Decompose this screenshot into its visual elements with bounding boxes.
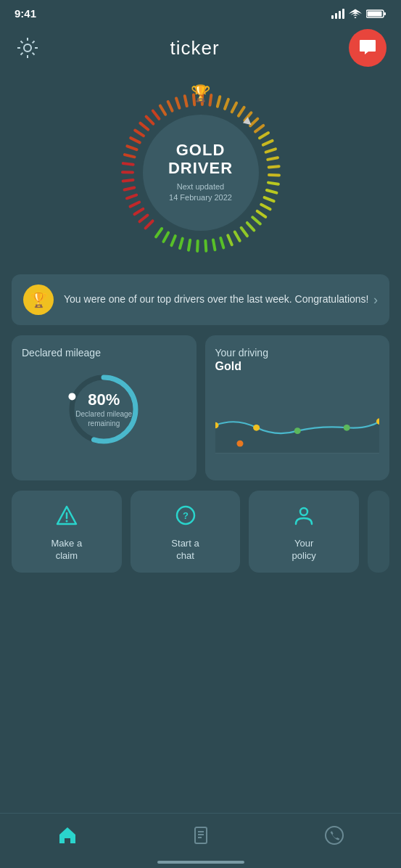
- settings-button[interactable]: [15, 35, 41, 61]
- svg-line-49: [266, 190, 276, 193]
- svg-point-78: [65, 520, 67, 523]
- svg-line-41: [255, 126, 263, 131]
- notification-content: 🏆 You were one of our top drivers over t…: [23, 284, 373, 315]
- signal-icon: [331, 9, 344, 19]
- svg-point-3: [24, 44, 31, 52]
- svg-line-46: [268, 166, 278, 167]
- svg-line-28: [160, 106, 165, 115]
- svg-line-16: [126, 195, 136, 199]
- svg-line-42: [259, 133, 268, 138]
- svg-line-51: [261, 205, 270, 210]
- header: ticker: [0, 23, 401, 78]
- policy-label: Yourpolicy: [292, 538, 316, 562]
- chat-label: Start achat: [171, 538, 199, 562]
- svg-line-25: [140, 123, 148, 130]
- svg-line-9: [33, 53, 35, 55]
- svg-rect-1: [384, 12, 386, 15]
- phone-icon: [325, 826, 344, 850]
- svg-line-21: [124, 155, 134, 157]
- notification-banner[interactable]: 🏆 You were one of our top drivers over t…: [12, 274, 389, 325]
- svg-line-66: [156, 229, 162, 237]
- cards-row: Declared mileage 80% Declared mileagerem…: [12, 335, 389, 480]
- mileage-remaining-label: Declared mileageremaining: [75, 409, 132, 428]
- svg-line-30: [176, 98, 179, 107]
- bottom-nav: [0, 813, 401, 868]
- svg-line-54: [247, 223, 254, 230]
- svg-line-65: [163, 233, 168, 242]
- nav-phone[interactable]: [310, 823, 358, 853]
- mileage-card-title: Declared mileage: [22, 347, 186, 359]
- svg-line-35: [217, 97, 219, 107]
- notification-trophy: 🏆: [23, 284, 54, 315]
- mileage-card: Declared mileage 80% Declared mileagerem…: [12, 335, 197, 480]
- svg-line-11: [21, 53, 23, 55]
- status-bar: 9:41: [0, 0, 401, 23]
- svg-line-13: [139, 216, 147, 222]
- svg-line-52: [257, 211, 265, 217]
- svg-line-43: [262, 141, 272, 145]
- svg-line-22: [127, 146, 136, 150]
- svg-line-57: [228, 235, 232, 245]
- more-card-hint: [368, 491, 389, 573]
- docs-icon: [191, 826, 210, 850]
- status-icons: [331, 9, 386, 19]
- svg-line-36: [225, 99, 228, 109]
- gauge-word: DRIVER: [168, 160, 233, 177]
- svg-point-76: [236, 441, 243, 447]
- trophy-icon: 🏆: [191, 84, 210, 103]
- claim-icon: [55, 504, 78, 532]
- svg-line-10: [33, 41, 35, 44]
- svg-line-23: [131, 138, 140, 142]
- svg-line-18: [123, 180, 133, 181]
- notification-text: You were one of our top drivers over the…: [64, 292, 369, 307]
- svg-line-56: [234, 232, 239, 241]
- svg-line-55: [241, 228, 247, 236]
- svg-point-81: [300, 508, 307, 515]
- gauge-level: GOLD: [176, 142, 226, 159]
- svg-point-74: [343, 425, 350, 431]
- policy-icon: [292, 504, 315, 532]
- battery-icon: [366, 9, 386, 19]
- notification-arrow-icon: ›: [373, 292, 378, 308]
- driving-chart: [215, 382, 380, 469]
- svg-line-50: [264, 197, 273, 201]
- driving-chart-svg: [215, 382, 380, 469]
- svg-line-8: [21, 41, 23, 44]
- home-icon: [57, 825, 78, 851]
- svg-line-14: [134, 209, 143, 214]
- claim-label: Make aclaim: [51, 538, 83, 562]
- svg-point-72: [253, 425, 260, 431]
- svg-line-64: [171, 236, 175, 245]
- mileage-percent: 80%: [75, 390, 132, 409]
- driving-card-subtitle: Gold: [215, 360, 380, 373]
- svg-line-63: [180, 239, 183, 248]
- chat-fab-button[interactable]: [349, 29, 386, 67]
- nav-documents[interactable]: [177, 823, 225, 853]
- svg-line-60: [205, 241, 206, 251]
- svg-line-27: [152, 111, 159, 119]
- svg-line-58: [220, 238, 223, 247]
- gauge-container: 🏆: [114, 86, 288, 260]
- gauge-section: 🏆: [0, 78, 401, 274]
- wifi-icon: [349, 9, 362, 19]
- svg-text:?: ?: [183, 510, 189, 521]
- svg-line-20: [123, 163, 133, 165]
- svg-line-29: [168, 102, 172, 111]
- svg-point-86: [326, 827, 343, 844]
- svg-line-17: [124, 187, 134, 189]
- svg-line-61: [197, 241, 198, 251]
- nav-home[interactable]: [43, 822, 92, 853]
- svg-line-45: [268, 157, 278, 160]
- svg-line-31: [184, 96, 186, 106]
- your-policy-button[interactable]: Yourpolicy: [249, 491, 359, 573]
- svg-line-24: [135, 131, 144, 136]
- home-indicator: [157, 861, 244, 864]
- mileage-text: 80% Declared mileageremaining: [75, 390, 132, 428]
- make-a-claim-button[interactable]: Make aclaim: [12, 491, 122, 573]
- gauge-updated: Next updated 14 February 2022: [169, 181, 232, 204]
- svg-line-48: [268, 183, 278, 184]
- gauge-inner: GOLD DRIVER Next updated 14 February 202…: [143, 115, 259, 231]
- svg-line-37: [231, 103, 236, 112]
- chat-icon: ?: [174, 504, 197, 532]
- start-a-chat-button[interactable]: ? Start achat: [131, 491, 241, 573]
